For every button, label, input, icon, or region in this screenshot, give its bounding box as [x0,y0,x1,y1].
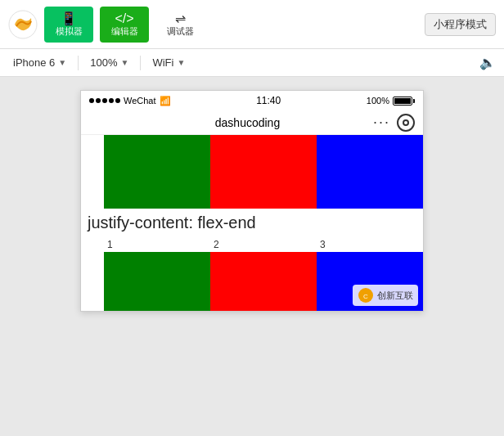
watermark-text: 创新互联 [377,290,413,302]
device-selector[interactable]: iPhone 6 ▼ [8,55,71,70]
bar-divider-2 [140,56,141,70]
svg-text:C: C [363,293,368,300]
signal-dots [89,98,120,103]
volume-icon: 🔈 [479,55,496,70]
signal-dot-5 [115,98,120,103]
simulator-icon: 📱 [61,12,77,25]
device-bar: iPhone 6 ▼ 100% ▼ WiFi ▼ 🔈 [0,49,504,77]
device-arrow-icon: ▼ [58,58,66,67]
signal-dot-2 [96,98,101,103]
status-time: 11:40 [171,95,367,106]
wifi-icon: 📶 [160,96,171,106]
status-left: WeChat 📶 [89,96,171,106]
network-value: WiFi [152,56,173,69]
app-title: dashucoding [122,116,373,129]
editor-icon: </> [115,12,133,25]
device-name: iPhone 6 [13,56,55,69]
zoom-arrow-icon: ▼ [120,58,128,67]
nav-circle-button[interactable] [397,114,415,132]
phone-frame: WeChat 📶 11:40 100% dashucoding ··· [80,90,424,312]
simulator-label: 模拟器 [56,27,83,36]
main-area: WeChat 📶 11:40 100% dashucoding ··· [0,77,504,436]
mini-program-mode[interactable]: 小程序模式 [425,13,496,36]
network-arrow-icon: ▼ [177,58,185,67]
debugger-label: 调试器 [167,27,194,36]
network-selector[interactable]: WiFi ▼ [147,55,190,70]
battery-tip [413,99,415,103]
battery-percent: 100% [367,96,389,106]
watermark: C 创新互联 [353,285,418,306]
flex-row-first [81,135,423,209]
carrier-label: WeChat [124,96,156,106]
toolbar: 📱 模拟器 </> 编辑器 ⇌ 调试器 小程序模式 [0,0,504,49]
color-block-red-2 [210,252,317,311]
signal-dot-4 [109,98,114,103]
nav-more-icon[interactable]: ··· [373,114,390,131]
editor-button[interactable]: </> 编辑器 [100,7,149,43]
zoom-selector[interactable]: 100% ▼ [85,55,133,70]
debugger-button[interactable]: ⇌ 调试器 [155,7,205,43]
phone-nav-bar: dashucoding ··· [81,110,423,135]
watermark-logo-icon: C [358,287,374,303]
nav-circle-inner-icon [403,119,409,126]
zoom-value: 100% [90,56,117,69]
color-block-green-1 [104,135,210,209]
battery-fill [394,98,411,104]
num-label-1: 1 [104,237,210,252]
simulator-button[interactable]: 📱 模拟器 [44,7,93,43]
num-label-3: 3 [317,237,423,252]
editor-label: 编辑器 [111,27,138,36]
app-logo [8,10,38,39]
color-block-blue-1 [317,135,423,209]
phone-content: justify-content: flex-end 1 2 3 [81,135,423,311]
color-block-green-2 [104,252,210,311]
status-right: 100% [367,96,415,106]
num-label-2: 2 [210,237,317,252]
signal-dot-3 [102,98,107,103]
battery-indicator [393,97,415,106]
bar-divider-1 [78,56,79,70]
flex-row-second-wrapper: 1 2 3 C [81,237,423,311]
col-1: 1 [104,237,210,311]
signal-dot-1 [89,98,94,103]
debugger-icon: ⇌ [175,12,186,25]
phone-status-bar: WeChat 📶 11:40 100% [81,91,423,110]
flex-label: justify-content: flex-end [81,209,423,237]
color-block-red-1 [210,135,317,209]
battery-box [393,97,412,106]
col-2: 2 [210,237,317,311]
